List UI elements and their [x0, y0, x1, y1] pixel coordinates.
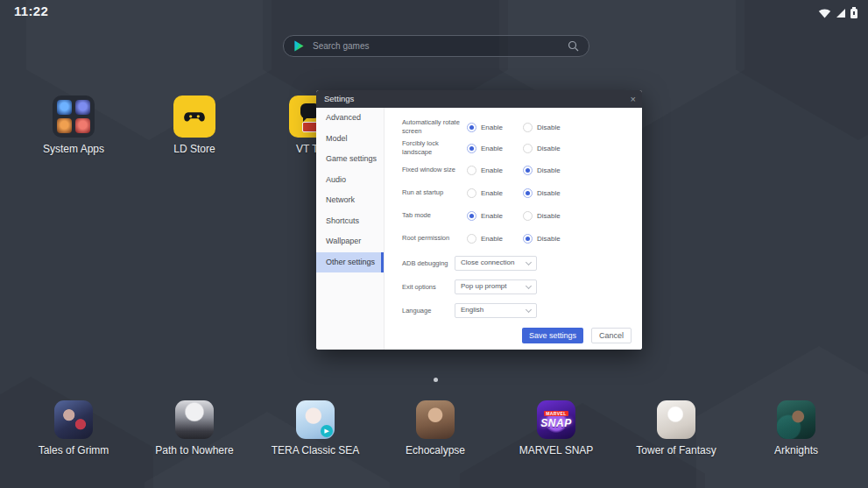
app-label: Arknights [748, 444, 844, 456]
setting-label: Run at startup [402, 188, 467, 197]
radio-option-enable[interactable]: Enable [467, 234, 523, 244]
sidebar-item-model[interactable]: Model [316, 129, 384, 150]
wifi-icon [818, 6, 831, 22]
radio-option-disable[interactable]: Disable [523, 234, 579, 244]
page-indicator-dot[interactable] [434, 378, 438, 382]
app-tower-of-fantasy[interactable]: Tower of Fantasy [628, 400, 724, 456]
radio-option-disable[interactable]: Disable [523, 166, 579, 175]
radio-enable-selected[interactable] [467, 211, 476, 221]
sidebar-item-audio[interactable]: Audio [316, 170, 384, 191]
app-label: Tales of Grimm [25, 444, 122, 456]
close-icon[interactable]: × [631, 90, 636, 108]
setting-row-language: LanguageEnglish [402, 301, 635, 320]
dropdown-value: Close connection [455, 257, 536, 269]
app-tales-of-grimm[interactable]: Tales of Grimm [25, 400, 122, 456]
radio-option-enable[interactable]: Enable [467, 144, 523, 153]
cancel-button[interactable]: Cancel [591, 328, 632, 343]
ld-store-gamepad-icon[interactable] [173, 95, 215, 138]
app-label: TERA Classic SEA [267, 444, 363, 456]
system-apps-folder-icon[interactable] [53, 95, 95, 138]
app-label: MARVEL SNAP [508, 444, 604, 456]
radio-label: Disable [537, 145, 561, 152]
app-path-to-nowhere[interactable]: Path to Nowhere [146, 400, 243, 456]
setting-row-fixed-window-size: Fixed window sizeEnableDisable [402, 160, 635, 180]
app-system-apps[interactable]: System Apps [32, 95, 116, 155]
radio-enable[interactable] [467, 188, 476, 198]
radio-option-disable[interactable]: Disable [523, 144, 579, 153]
sidebar-item-network[interactable]: Network [316, 190, 384, 211]
sidebar-item-other-settings[interactable]: Other settings [316, 252, 384, 273]
dropdown-adb-debugging[interactable]: Close connection [455, 256, 537, 271]
app-label: Echocalypse [387, 444, 483, 456]
setting-label: Tab mode [402, 211, 467, 220]
sidebar-item-game-settings[interactable]: Game settings [316, 149, 384, 170]
radio-disable[interactable] [523, 123, 533, 132]
app-marvel-snap[interactable]: MARVELSNAPMARVEL SNAP [508, 400, 604, 456]
sidebar-item-advanced[interactable]: Advanced [316, 108, 384, 129]
dropdown-value: English [455, 304, 536, 316]
setting-label: Automatically rotate screen [402, 118, 467, 136]
snap-logo-text: SNAP [540, 417, 571, 429]
dropdown-exit-options[interactable]: Pop up prompt [455, 279, 537, 294]
arknights-art-icon[interactable] [777, 400, 815, 439]
app-ld-store[interactable]: LD Store [152, 95, 236, 155]
radio-option-enable[interactable]: Enable [467, 211, 523, 221]
setting-label: Forcibly lock landscape [402, 139, 467, 157]
app-arknights[interactable]: Arknights [748, 400, 844, 456]
setting-label: Fixed window size [402, 166, 467, 174]
setting-label: Exit options [402, 283, 455, 291]
radio-disable-selected[interactable] [523, 188, 533, 198]
radio-label: Enable [481, 235, 503, 243]
setting-label: ADB debugging [402, 259, 455, 267]
radio-option-disable[interactable]: Disable [523, 188, 579, 198]
radio-option-enable[interactable]: Enable [467, 166, 523, 175]
search-bar[interactable] [283, 35, 589, 57]
radio-enable[interactable] [467, 166, 476, 175]
signal-icon [836, 6, 846, 22]
radio-disable[interactable] [523, 211, 533, 221]
setting-row-automatically-rotate-screen: Automatically rotate screenEnableDisable [402, 117, 635, 137]
radio-option-enable[interactable]: Enable [467, 123, 523, 132]
save-settings-button[interactable]: Save settings [522, 328, 583, 343]
setting-row-exit-options: Exit optionsPop up prompt [402, 277, 635, 296]
radio-enable-selected[interactable] [467, 144, 476, 153]
radio-enable-selected[interactable] [467, 123, 476, 132]
echocalypse-art-icon[interactable] [416, 400, 455, 439]
settings-dialog: Settings × AdvancedModelGame settingsAud… [316, 90, 642, 350]
radio-label: Disable [537, 235, 561, 243]
path-to-nowhere-art-icon[interactable] [175, 400, 214, 439]
dropdown-value: Pop up prompt [455, 280, 536, 293]
app-echocalypse[interactable]: Echocalypse [387, 400, 483, 456]
radio-disable-selected[interactable] [523, 166, 533, 175]
tera-classic-art-icon[interactable]: ▶ [296, 400, 335, 439]
radio-option-disable[interactable]: Disable [523, 211, 579, 221]
radio-option-enable[interactable]: Enable [467, 188, 523, 198]
dialog-title: Settings [324, 94, 354, 103]
radio-label: Disable [537, 124, 561, 131]
dialog-footer: Save settings Cancel [522, 328, 632, 343]
radio-disable[interactable] [523, 144, 533, 153]
setting-row-forcibly-lock-landscape: Forcibly lock landscapeEnableDisable [402, 138, 635, 158]
radio-enable[interactable] [467, 234, 476, 244]
radio-label: Disable [537, 212, 561, 220]
radio-label: Enable [481, 145, 503, 152]
tower-of-fantasy-art-icon[interactable] [657, 400, 695, 439]
play-store-icon[interactable] [293, 39, 306, 53]
mini-app-icon [57, 118, 72, 133]
radio-label: Enable [481, 212, 503, 220]
status-icons [818, 6, 857, 22]
clock: 11:22 [14, 4, 48, 18]
setting-row-adb-debugging: ADB debuggingClose connection [402, 253, 635, 272]
app-tera-classic-sea[interactable]: ▶TERA Classic SEA [267, 400, 363, 456]
emulator-desktop: 11:22 System AppsLD StoreVT Tu Settings … [0, 0, 868, 488]
radio-disable-selected[interactable] [523, 234, 533, 244]
sidebar-item-shortcuts[interactable]: Shortcuts [316, 211, 384, 232]
marvel-snap-logo-icon[interactable]: MARVELSNAP [537, 400, 575, 439]
search-input[interactable] [306, 41, 568, 51]
setting-row-run-at-startup: Run at startupEnableDisable [402, 183, 635, 202]
dropdown-language[interactable]: English [455, 303, 537, 318]
tales-of-grimm-art-icon[interactable] [54, 400, 93, 439]
radio-option-disable[interactable]: Disable [523, 123, 579, 132]
search-icon[interactable] [568, 40, 579, 52]
sidebar-item-wallpaper[interactable]: Wallpaper [316, 231, 384, 252]
